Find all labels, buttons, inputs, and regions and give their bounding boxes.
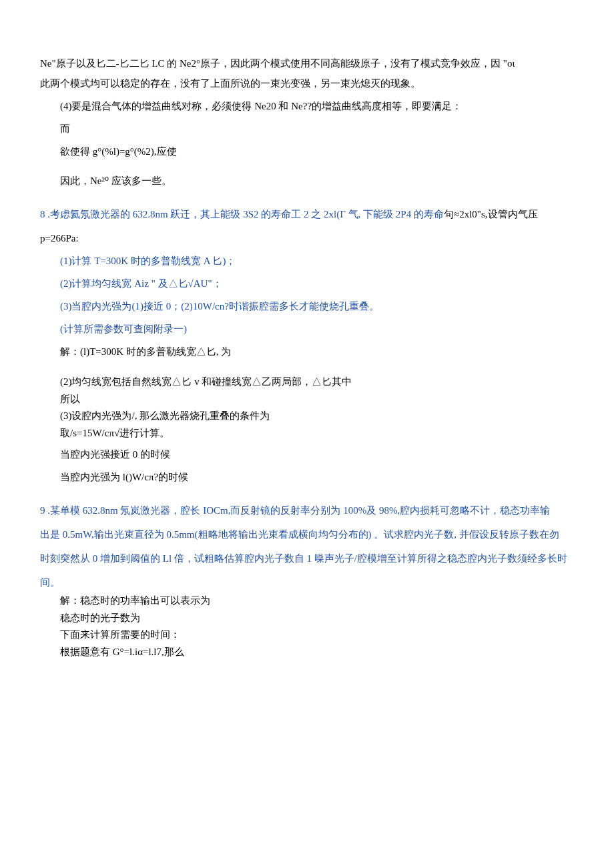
text-content: 当腔内光强接近 0 的时候 [60, 449, 170, 460]
spacer [40, 164, 574, 168]
paragraph-line: 欲使得 g°(%l)=g°(%2),应使 [40, 141, 574, 161]
solution-line: 下面来计算所需要的时间： [40, 626, 574, 644]
text-content: (1)计算 T=300K 时的多普勒线宽 A 匕)； [60, 256, 236, 266]
paragraph-line: 间。 [40, 572, 574, 592]
text-content: 解：稳态时的功率输出可以表示为 [60, 595, 210, 606]
text-content: Ne"原子以及匕二-匕二匕 LC 的 Ne2°原子，因此两个模式使用不同高能级原… [40, 58, 515, 69]
text-content: 当腔内光强为 l()W/cπ?的时候 [60, 472, 188, 482]
question-subitem: (计算所需参数可查阅附录一) [40, 319, 574, 339]
spacer [40, 193, 574, 197]
text-content: (3)设腔内光强为/, 那么激光器烧孔重叠的条件为 [60, 410, 270, 421]
solution-line: 根据题意有 G°=l.iα=l.l7,那么 [40, 644, 574, 661]
text-content: 间。 [40, 577, 60, 588]
text-content: 根据题意有 G°=l.iα=l.l7,那么 [60, 646, 184, 657]
text-content: 下面来计算所需要的时间： [60, 629, 180, 640]
document-page: Ne"原子以及匕二-匕二匕 LC 的 Ne2°原子，因此两个模式使用不同高能级原… [0, 0, 614, 701]
paragraph-line: 此两个模式均可以稳定的存在，没有了上面所说的一束光变强，另一束光熄灭的现象。 [40, 73, 574, 93]
solution-line: 稳态时的光子数为 [40, 610, 574, 627]
question-subitem: (2)计算均匀线宽 Aiz " 及△匕√AU"； [40, 274, 574, 294]
solution-line: 所以 [40, 391, 574, 408]
text-content: (3)当腔内光强为(1)接近 0；(2)10W/cn?时谐振腔需多长才能使烧孔重… [60, 301, 379, 312]
paragraph-line: 出是 0.5mW,输出光束直径为 0.5mm(粗略地将输出光束看成横向均匀分布的… [40, 524, 574, 544]
solution-line: 解：(l)T=300K 时的多普勒线宽△匕, 为 [40, 342, 574, 362]
solution-line: 解：稳态时的功率输出可以表示为 [40, 592, 574, 610]
text-content: 欲使得 g°(%l)=g°(%2),应使 [60, 146, 177, 157]
text-content: p=266Pa: [40, 233, 79, 244]
spacer [40, 364, 574, 374]
text-content: (2)计算均匀线宽 Aiz " 及△匕√AU"； [60, 278, 222, 289]
paragraph-line: (4)要是混合气体的增益曲线对称，必须使得 Ne20 和 Ne??的增益曲线高度… [40, 96, 574, 116]
text-content: 取/s=15W/cπ√进行计算。 [60, 428, 170, 438]
solution-line: (2)均匀线宽包括自然线宽△匕 v 和碰撞线宽△乙两局部，△匕其中 [40, 374, 574, 391]
paragraph-line: 时刻突然从 0 增加到阈值的 Ll 倍，试粗略估算腔内光子数自 1 噪声光子/腔… [40, 548, 574, 568]
spacer [40, 490, 574, 494]
question-9: 9 .某单模 632.8nm 氖岚激光器，腔长 IOCm,而反射镜的反射率分别为… [40, 500, 574, 520]
text-content: 所以 [60, 394, 80, 404]
question-number: 9 [40, 505, 45, 516]
text-content: 稳态时的光子数为 [60, 612, 140, 623]
text-content: (2)均匀线宽包括自然线宽△匕 v 和碰撞线宽△乙两局部，△匕其中 [60, 376, 352, 387]
text-content: 句≈2xl0"s,设管内气压 [444, 209, 538, 220]
text-content: 解：(l)T=300K 时的多普勒线宽△匕, 为 [60, 346, 231, 357]
text-content: 出是 0.5mW,输出光束直径为 0.5mm(粗略地将输出光束看成横向均匀分布的… [40, 529, 559, 540]
solution-line: 当腔内光强接近 0 的时候 [40, 444, 574, 464]
paragraph-line: 因此，Ne²⁰ 应该多一些。 [40, 171, 574, 191]
solution-line: 取/s=15W/cπ√进行计算。 [40, 425, 574, 442]
paragraph-line: 而 [40, 119, 574, 139]
text-content: 因此，Ne²⁰ 应该多一些。 [60, 175, 172, 186]
solution-line: 当腔内光强为 l()W/cπ?的时候 [40, 467, 574, 487]
question-subitem: (1)计算 T=300K 时的多普勒线宽 A 匕)； [40, 251, 574, 271]
text-content: .某单模 632.8nm 氖岚激光器，腔长 IOCm,而反射镜的反射率分别为 1… [45, 505, 551, 516]
question-8: 8 .考虑氦氖激光器的 632.8nm 跃迁，其上能级 3S2 的寿命工 2 之… [40, 204, 574, 224]
paragraph-line: Ne"原子以及匕二-匕二匕 LC 的 Ne2°原子，因此两个模式使用不同高能级原… [40, 53, 574, 73]
text-content: (4)要是混合气体的增益曲线对称，必须使得 Ne20 和 Ne??的增益曲线高度… [60, 101, 462, 111]
solution-line: (3)设腔内光强为/, 那么激光器烧孔重叠的条件为 [40, 408, 574, 425]
text-content: (计算所需参数可查阅附录一) [60, 324, 187, 334]
question-subitem: (3)当腔内光强为(1)接近 0；(2)10W/cn?时谐振腔需多长才能使烧孔重… [40, 296, 574, 316]
paragraph-line: p=266Pa: [40, 228, 574, 248]
question-number: 8 [40, 209, 45, 220]
text-content: 此两个模式均可以稳定的存在，没有了上面所说的一束光变强，另一束光熄灭的现象。 [40, 78, 420, 89]
text-content: 而 [60, 123, 70, 134]
text-content: .考虑氦氖激光器的 632.8nm 跃迁，其上能级 3S2 的寿命工 2 之 2… [45, 209, 444, 220]
text-content: 时刻突然从 0 增加到阈值的 Ll 倍，试粗略估算腔内光子数自 1 噪声光子/腔… [40, 553, 567, 564]
